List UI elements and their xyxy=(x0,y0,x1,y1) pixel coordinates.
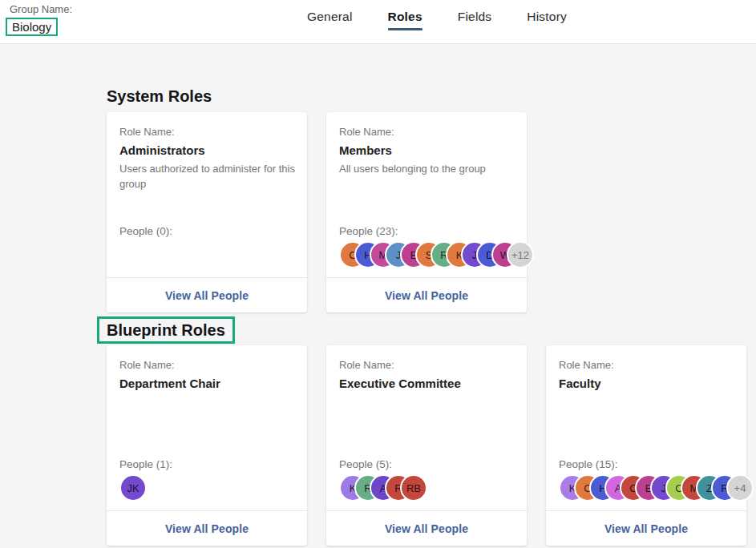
view-all-people-link[interactable]: View All People xyxy=(604,522,688,535)
role-card-department-chair: Role Name:Department ChairPeople (1):JKV… xyxy=(107,345,307,546)
card-footer: View All People xyxy=(326,277,527,312)
role-card-faculty: Role Name:FacultyPeople (15):KCHACEJCMZR… xyxy=(546,345,746,546)
role-name: Department Chair xyxy=(119,377,220,390)
avatar-list: KCHACEJCMZR+4 xyxy=(559,474,754,502)
people-count-label: People (1): xyxy=(119,458,172,470)
role-name-label: Role Name: xyxy=(339,359,394,371)
avatar-list: CHMJESRKJDW+12 xyxy=(339,241,534,268)
group-name-label: Group Name: xyxy=(10,3,72,15)
tab-label: General xyxy=(307,10,353,24)
view-all-people-link[interactable]: View All People xyxy=(165,289,249,302)
group-name-value[interactable]: Biology xyxy=(6,18,58,36)
tab-general[interactable]: General xyxy=(307,10,353,30)
view-all-people-link[interactable]: View All People xyxy=(385,289,468,302)
avatar-list: JK xyxy=(119,474,147,502)
roles-page-content: System RolesRole Name:AdministratorsUser… xyxy=(0,44,756,548)
group-name-block: Group Name: Biology xyxy=(10,3,72,36)
role-name-label: Role Name: xyxy=(119,359,175,371)
role-name: Executive Committee xyxy=(339,377,461,390)
tab-fields[interactable]: Fields xyxy=(458,10,492,30)
header: Group Name: Biology GeneralRolesFieldsHi… xyxy=(0,0,756,44)
section-title-system-roles: System Roles xyxy=(107,86,756,107)
role-card-administrators: Role Name:AdministratorsUsers authorized… xyxy=(107,112,307,312)
avatar-overflow-count[interactable]: +12 xyxy=(507,241,534,268)
avatar-overflow-count[interactable]: +4 xyxy=(726,474,754,502)
cards-row: Role Name:Department ChairPeople (1):JKV… xyxy=(107,345,756,546)
section-title-blueprint-roles: Blueprint Roles xyxy=(97,316,235,344)
role-name-label: Role Name: xyxy=(559,359,614,371)
card-footer: View All People xyxy=(107,277,307,312)
tab-label: Fields xyxy=(458,10,492,24)
people-count-label: People (15): xyxy=(559,458,618,470)
card-footer: View All People xyxy=(546,510,746,546)
avatar-list: KRARRB xyxy=(339,474,427,502)
tab-label: History xyxy=(527,10,567,24)
role-card-members: Role Name:MembersAll users belonging to … xyxy=(326,112,527,312)
view-all-people-link[interactable]: View All People xyxy=(385,522,468,535)
role-card-executive-committee: Role Name:Executive CommitteePeople (5):… xyxy=(326,345,527,546)
people-count-label: People (5): xyxy=(339,458,392,470)
avatar: RB xyxy=(400,474,427,502)
role-name: Administrators xyxy=(119,143,205,157)
tab-history[interactable]: History xyxy=(527,10,567,30)
role-name-label: Role Name: xyxy=(119,126,175,138)
role-name-label: Role Name: xyxy=(339,126,394,138)
role-description: All users belonging to the group xyxy=(339,162,515,177)
card-footer: View All People xyxy=(107,510,307,546)
tab-roles[interactable]: Roles xyxy=(388,10,422,30)
role-name: Faculty xyxy=(559,377,601,390)
card-footer: View All People xyxy=(326,510,527,546)
role-name: Members xyxy=(339,143,392,157)
tab-bar: GeneralRolesFieldsHistory xyxy=(307,10,567,30)
active-tab-underline xyxy=(388,28,422,30)
role-description: Users authorized to administer for this … xyxy=(119,162,296,192)
tab-label: Roles xyxy=(388,10,422,24)
people-count-label: People (0): xyxy=(119,225,172,237)
view-all-people-link[interactable]: View All People xyxy=(165,522,249,535)
avatar: JK xyxy=(119,474,147,502)
people-count-label: People (23): xyxy=(339,225,398,237)
cards-row: Role Name:AdministratorsUsers authorized… xyxy=(107,112,756,312)
